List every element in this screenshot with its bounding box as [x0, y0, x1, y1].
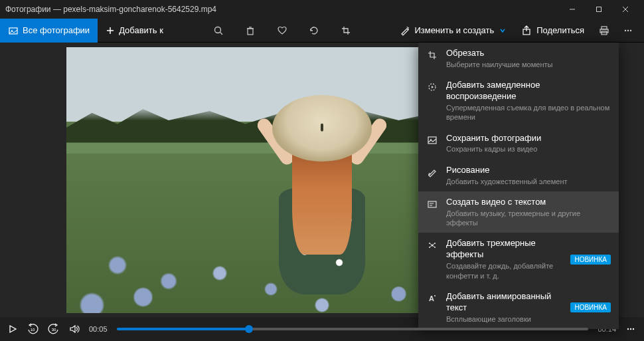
magic-icon: [400, 25, 410, 36]
time-current: 00:05: [89, 325, 108, 333]
menu-item-title: Обрезать: [446, 48, 611, 59]
menu-item-subtitle: Всплывающие заголовки: [446, 314, 558, 324]
svg-point-40: [633, 328, 634, 330]
new-badge: НОВИНКА: [570, 302, 611, 312]
draw-icon: [426, 166, 438, 178]
svg-line-33: [430, 245, 432, 247]
menu-item-subtitle: Создавайте дождь, добавляйте конфетти и …: [446, 261, 558, 281]
svg-line-32: [432, 243, 435, 245]
skip-back-button[interactable]: 10: [27, 323, 39, 335]
seek-fill: [117, 328, 249, 330]
close-button[interactable]: [612, 0, 639, 19]
menu-item-title: Добавить анимированный текст: [446, 291, 558, 314]
seek-thumb[interactable]: [245, 325, 253, 333]
share-icon: [522, 25, 532, 36]
slowmo-icon: [426, 81, 438, 93]
svg-point-38: [627, 328, 629, 330]
right-tools: Изменить и создать Поделиться: [393, 20, 644, 41]
new-badge: НОВИНКА: [570, 255, 611, 265]
menu-item-title: Создать видео с текстом: [446, 197, 611, 208]
photos-icon: [8, 25, 19, 36]
svg-rect-10: [248, 29, 253, 35]
svg-text:10: 10: [31, 328, 35, 332]
edit-create-menu: ОбрезатьВыберите наилучшие моментыДобави…: [418, 43, 619, 329]
menu-item-subtitle: Выберите наилучшие моменты: [446, 60, 611, 69]
all-photos-button[interactable]: Все фотографии: [0, 19, 98, 43]
zoom-button[interactable]: [208, 20, 229, 41]
3d-icon: [426, 239, 438, 251]
menu-item-video-text[interactable]: Создать видео с текстомДобавить музыку, …: [418, 191, 619, 233]
playbar-more-button[interactable]: [625, 324, 636, 334]
all-photos-label: Все фотографии: [23, 25, 90, 35]
menu-item-anim-text[interactable]: AДобавить анимированный текстВсплывающие…: [418, 286, 619, 329]
edit-create-button[interactable]: Изменить и создать: [393, 20, 513, 41]
menu-item-title: Добавить замедленное воспроизведение: [446, 80, 611, 102]
favorite-button[interactable]: [272, 20, 293, 41]
chevron-down-icon: [499, 27, 506, 34]
menu-item-crop[interactable]: ОбрезатьВыберите наилучшие моменты: [418, 43, 619, 74]
svg-line-31: [430, 243, 432, 245]
menu-item-title: Рисование: [446, 165, 611, 176]
maximize-button[interactable]: [586, 0, 612, 19]
svg-rect-23: [428, 201, 436, 207]
menu-item-slowmo[interactable]: Добавить замедленное воспроизведениеСупе…: [418, 74, 619, 127]
minimize-button[interactable]: [559, 0, 586, 19]
seek-bar[interactable]: [117, 328, 589, 330]
add-to-button[interactable]: Добавить к: [98, 19, 171, 43]
svg-line-9: [220, 32, 223, 35]
print-button[interactable]: [594, 20, 615, 41]
play-button[interactable]: [8, 324, 17, 334]
anim-text-icon: A: [426, 292, 438, 304]
video-text-icon: [426, 198, 438, 210]
menu-item-save-photo[interactable]: Сохранить фотографииСохранить кадры из в…: [418, 128, 619, 160]
volume-button[interactable]: [69, 324, 80, 334]
svg-point-18: [627, 29, 629, 31]
menu-item-subtitle: Супермедленная съемка для видео в реальн…: [446, 103, 611, 122]
center-tools: [208, 20, 357, 41]
svg-point-17: [625, 29, 626, 31]
crop-icon: [426, 49, 438, 61]
more-button[interactable]: [617, 20, 639, 41]
menu-item-subtitle: Добавить музыку, трехмерные и другие эфф…: [446, 209, 611, 228]
window-title: Фотографии — pexels-maksim-goncharenok-5…: [5, 5, 559, 14]
menu-item-subtitle: Добавить художественный элемент: [446, 177, 611, 186]
add-to-label: Добавить к: [119, 25, 163, 35]
menu-item-3d[interactable]: Добавить трехмерные эффектыСоздавайте до…: [418, 233, 619, 285]
svg-line-34: [432, 245, 435, 247]
menu-item-subtitle: Сохранить кадры из видео: [446, 144, 611, 154]
svg-rect-1: [597, 7, 602, 12]
svg-text:30: 30: [52, 328, 56, 332]
share-label: Поделиться: [536, 25, 584, 35]
skip-forward-button[interactable]: 30: [48, 323, 60, 335]
crop-button[interactable]: [335, 20, 357, 41]
menu-item-draw[interactable]: РисованиеДобавить художественный элемент: [418, 160, 619, 191]
rotate-button[interactable]: [303, 20, 325, 41]
content-area: ОбрезатьВыберите наилучшие моментыДобави…: [0, 43, 644, 317]
save-photo-icon: [426, 134, 438, 146]
menu-item-title: Добавить трехмерные эффекты: [446, 238, 558, 261]
share-button[interactable]: Поделиться: [515, 20, 591, 41]
menu-item-title: Сохранить фотографии: [446, 133, 611, 144]
svg-point-19: [630, 29, 631, 31]
edit-create-label: Изменить и создать: [414, 25, 494, 35]
svg-text:A: A: [429, 294, 434, 302]
plus-icon: [106, 26, 115, 35]
svg-point-8: [215, 27, 221, 33]
toolbar: Все фотографии Добавить к Изменить и соз…: [0, 19, 644, 43]
svg-point-39: [630, 328, 631, 330]
delete-button[interactable]: [240, 20, 261, 41]
titlebar: Фотографии — pexels-maksim-goncharenok-5…: [0, 0, 644, 19]
